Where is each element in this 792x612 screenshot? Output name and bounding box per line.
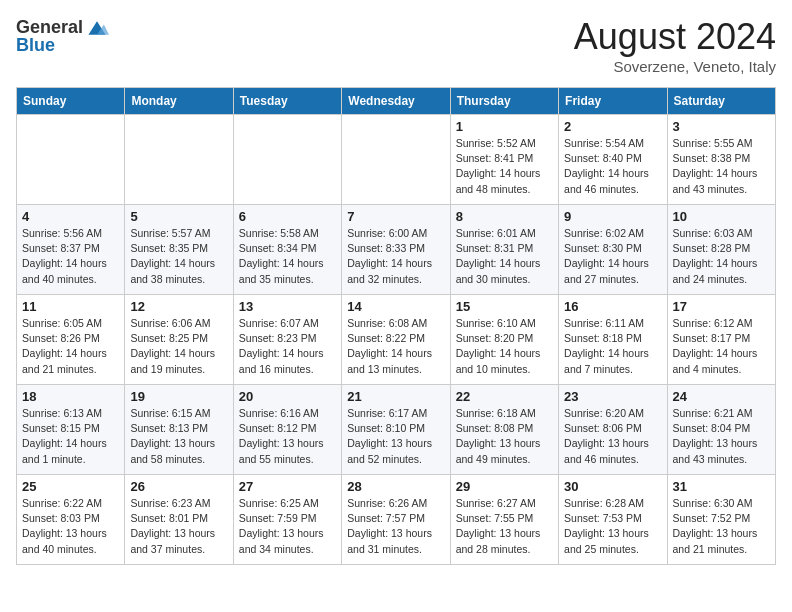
col-header-tuesday: Tuesday bbox=[233, 88, 341, 115]
day-info: Sunrise: 5:52 AM Sunset: 8:41 PM Dayligh… bbox=[456, 136, 553, 197]
day-info: Sunrise: 5:58 AM Sunset: 8:34 PM Dayligh… bbox=[239, 226, 336, 287]
day-number: 28 bbox=[347, 479, 444, 494]
day-info: Sunrise: 6:16 AM Sunset: 8:12 PM Dayligh… bbox=[239, 406, 336, 467]
day-number: 29 bbox=[456, 479, 553, 494]
day-info: Sunrise: 6:20 AM Sunset: 8:06 PM Dayligh… bbox=[564, 406, 661, 467]
calendar-cell: 14Sunrise: 6:08 AM Sunset: 8:22 PM Dayli… bbox=[342, 295, 450, 385]
day-info: Sunrise: 6:11 AM Sunset: 8:18 PM Dayligh… bbox=[564, 316, 661, 377]
day-number: 20 bbox=[239, 389, 336, 404]
day-info: Sunrise: 6:22 AM Sunset: 8:03 PM Dayligh… bbox=[22, 496, 119, 557]
day-info: Sunrise: 6:15 AM Sunset: 8:13 PM Dayligh… bbox=[130, 406, 227, 467]
month-title: August 2024 bbox=[574, 16, 776, 58]
day-info: Sunrise: 6:05 AM Sunset: 8:26 PM Dayligh… bbox=[22, 316, 119, 377]
day-info: Sunrise: 6:00 AM Sunset: 8:33 PM Dayligh… bbox=[347, 226, 444, 287]
day-info: Sunrise: 6:25 AM Sunset: 7:59 PM Dayligh… bbox=[239, 496, 336, 557]
day-number: 30 bbox=[564, 479, 661, 494]
day-number: 5 bbox=[130, 209, 227, 224]
day-number: 14 bbox=[347, 299, 444, 314]
day-info: Sunrise: 6:18 AM Sunset: 8:08 PM Dayligh… bbox=[456, 406, 553, 467]
day-number: 11 bbox=[22, 299, 119, 314]
calendar-cell: 8Sunrise: 6:01 AM Sunset: 8:31 PM Daylig… bbox=[450, 205, 558, 295]
calendar-cell bbox=[125, 115, 233, 205]
calendar-cell: 18Sunrise: 6:13 AM Sunset: 8:15 PM Dayli… bbox=[17, 385, 125, 475]
day-number: 24 bbox=[673, 389, 770, 404]
col-header-friday: Friday bbox=[559, 88, 667, 115]
day-number: 12 bbox=[130, 299, 227, 314]
day-info: Sunrise: 6:13 AM Sunset: 8:15 PM Dayligh… bbox=[22, 406, 119, 467]
calendar-cell: 13Sunrise: 6:07 AM Sunset: 8:23 PM Dayli… bbox=[233, 295, 341, 385]
day-info: Sunrise: 5:55 AM Sunset: 8:38 PM Dayligh… bbox=[673, 136, 770, 197]
day-number: 19 bbox=[130, 389, 227, 404]
calendar-cell: 20Sunrise: 6:16 AM Sunset: 8:12 PM Dayli… bbox=[233, 385, 341, 475]
calendar-cell: 3Sunrise: 5:55 AM Sunset: 8:38 PM Daylig… bbox=[667, 115, 775, 205]
calendar-cell: 7Sunrise: 6:00 AM Sunset: 8:33 PM Daylig… bbox=[342, 205, 450, 295]
day-info: Sunrise: 5:57 AM Sunset: 8:35 PM Dayligh… bbox=[130, 226, 227, 287]
logo-icon bbox=[85, 16, 109, 40]
day-info: Sunrise: 6:23 AM Sunset: 8:01 PM Dayligh… bbox=[130, 496, 227, 557]
calendar-cell: 28Sunrise: 6:26 AM Sunset: 7:57 PM Dayli… bbox=[342, 475, 450, 565]
calendar-cell: 22Sunrise: 6:18 AM Sunset: 8:08 PM Dayli… bbox=[450, 385, 558, 475]
day-info: Sunrise: 6:06 AM Sunset: 8:25 PM Dayligh… bbox=[130, 316, 227, 377]
day-number: 9 bbox=[564, 209, 661, 224]
calendar-cell: 31Sunrise: 6:30 AM Sunset: 7:52 PM Dayli… bbox=[667, 475, 775, 565]
day-number: 6 bbox=[239, 209, 336, 224]
day-number: 18 bbox=[22, 389, 119, 404]
calendar-cell: 17Sunrise: 6:12 AM Sunset: 8:17 PM Dayli… bbox=[667, 295, 775, 385]
day-info: Sunrise: 6:30 AM Sunset: 7:52 PM Dayligh… bbox=[673, 496, 770, 557]
calendar-table: SundayMondayTuesdayWednesdayThursdayFrid… bbox=[16, 87, 776, 565]
day-number: 10 bbox=[673, 209, 770, 224]
title-block: August 2024 Soverzene, Veneto, Italy bbox=[574, 16, 776, 75]
day-number: 8 bbox=[456, 209, 553, 224]
day-number: 23 bbox=[564, 389, 661, 404]
calendar-cell: 9Sunrise: 6:02 AM Sunset: 8:30 PM Daylig… bbox=[559, 205, 667, 295]
day-info: Sunrise: 6:26 AM Sunset: 7:57 PM Dayligh… bbox=[347, 496, 444, 557]
col-header-monday: Monday bbox=[125, 88, 233, 115]
day-number: 26 bbox=[130, 479, 227, 494]
day-info: Sunrise: 6:12 AM Sunset: 8:17 PM Dayligh… bbox=[673, 316, 770, 377]
calendar-cell: 1Sunrise: 5:52 AM Sunset: 8:41 PM Daylig… bbox=[450, 115, 558, 205]
day-number: 22 bbox=[456, 389, 553, 404]
day-number: 16 bbox=[564, 299, 661, 314]
day-number: 15 bbox=[456, 299, 553, 314]
calendar-cell: 30Sunrise: 6:28 AM Sunset: 7:53 PM Dayli… bbox=[559, 475, 667, 565]
day-info: Sunrise: 6:10 AM Sunset: 8:20 PM Dayligh… bbox=[456, 316, 553, 377]
calendar-cell: 26Sunrise: 6:23 AM Sunset: 8:01 PM Dayli… bbox=[125, 475, 233, 565]
calendar-cell: 25Sunrise: 6:22 AM Sunset: 8:03 PM Dayli… bbox=[17, 475, 125, 565]
day-number: 3 bbox=[673, 119, 770, 134]
day-number: 21 bbox=[347, 389, 444, 404]
day-number: 7 bbox=[347, 209, 444, 224]
calendar-cell: 29Sunrise: 6:27 AM Sunset: 7:55 PM Dayli… bbox=[450, 475, 558, 565]
calendar-cell: 15Sunrise: 6:10 AM Sunset: 8:20 PM Dayli… bbox=[450, 295, 558, 385]
calendar-cell: 16Sunrise: 6:11 AM Sunset: 8:18 PM Dayli… bbox=[559, 295, 667, 385]
page-header: General Blue August 2024 Soverzene, Vene… bbox=[16, 16, 776, 75]
day-number: 31 bbox=[673, 479, 770, 494]
calendar-cell: 24Sunrise: 6:21 AM Sunset: 8:04 PM Dayli… bbox=[667, 385, 775, 475]
day-info: Sunrise: 5:54 AM Sunset: 8:40 PM Dayligh… bbox=[564, 136, 661, 197]
calendar-cell: 23Sunrise: 6:20 AM Sunset: 8:06 PM Dayli… bbox=[559, 385, 667, 475]
day-info: Sunrise: 6:07 AM Sunset: 8:23 PM Dayligh… bbox=[239, 316, 336, 377]
day-info: Sunrise: 6:28 AM Sunset: 7:53 PM Dayligh… bbox=[564, 496, 661, 557]
calendar-cell bbox=[342, 115, 450, 205]
day-info: Sunrise: 6:01 AM Sunset: 8:31 PM Dayligh… bbox=[456, 226, 553, 287]
day-number: 2 bbox=[564, 119, 661, 134]
calendar-cell: 4Sunrise: 5:56 AM Sunset: 8:37 PM Daylig… bbox=[17, 205, 125, 295]
day-number: 13 bbox=[239, 299, 336, 314]
calendar-cell: 21Sunrise: 6:17 AM Sunset: 8:10 PM Dayli… bbox=[342, 385, 450, 475]
day-info: Sunrise: 6:02 AM Sunset: 8:30 PM Dayligh… bbox=[564, 226, 661, 287]
day-info: Sunrise: 6:21 AM Sunset: 8:04 PM Dayligh… bbox=[673, 406, 770, 467]
col-header-saturday: Saturday bbox=[667, 88, 775, 115]
col-header-wednesday: Wednesday bbox=[342, 88, 450, 115]
calendar-cell: 10Sunrise: 6:03 AM Sunset: 8:28 PM Dayli… bbox=[667, 205, 775, 295]
location: Soverzene, Veneto, Italy bbox=[574, 58, 776, 75]
col-header-sunday: Sunday bbox=[17, 88, 125, 115]
calendar-cell: 27Sunrise: 6:25 AM Sunset: 7:59 PM Dayli… bbox=[233, 475, 341, 565]
calendar-cell bbox=[17, 115, 125, 205]
day-info: Sunrise: 6:27 AM Sunset: 7:55 PM Dayligh… bbox=[456, 496, 553, 557]
day-info: Sunrise: 5:56 AM Sunset: 8:37 PM Dayligh… bbox=[22, 226, 119, 287]
day-info: Sunrise: 6:17 AM Sunset: 8:10 PM Dayligh… bbox=[347, 406, 444, 467]
day-number: 17 bbox=[673, 299, 770, 314]
day-info: Sunrise: 6:08 AM Sunset: 8:22 PM Dayligh… bbox=[347, 316, 444, 377]
col-header-thursday: Thursday bbox=[450, 88, 558, 115]
logo: General Blue bbox=[16, 16, 109, 56]
day-number: 25 bbox=[22, 479, 119, 494]
